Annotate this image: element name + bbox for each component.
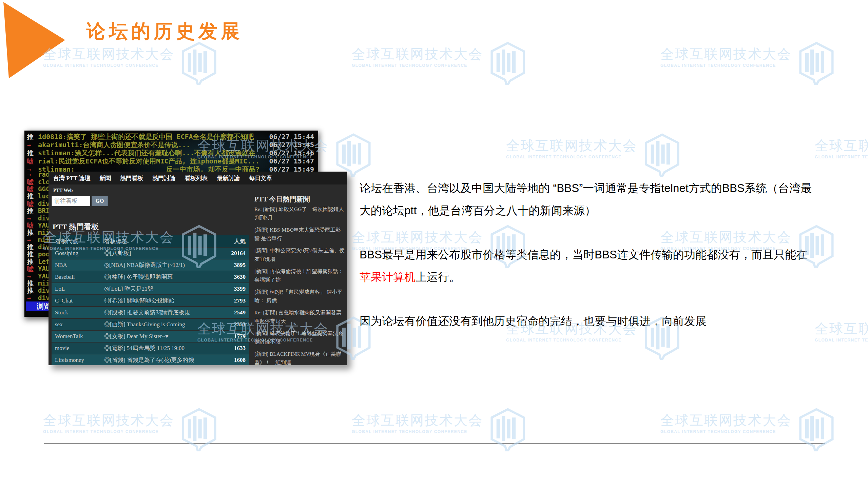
slide-canvas: 论坛的历史发展 全球互联网技术大会GLOBAL INTERNET TECHNOL…	[0, 0, 868, 488]
terminal-timestamp: 06/27 15:47	[269, 157, 314, 165]
watermark-title: 全球互联网技术大会	[815, 138, 868, 153]
ptt-web-window: 台灣 PTT 論壇新聞熱門看板熱門討論看板列表最新討論每日文章 PTT Web …	[49, 172, 347, 365]
push-marker: 推	[27, 229, 38, 236]
board-title: ◎[LoL] 昨天是21號	[104, 285, 221, 293]
board-row[interactable]: Lifeismoney◎[省錢] 省錢是為了存(花)更多的錢1608	[52, 354, 249, 365]
news-item[interactable]: Re: [新聞] 邱毅又GG了 這次因認錯人判刑3月	[254, 205, 345, 222]
board-title: ◎[八卦板]	[104, 249, 221, 257]
push-marker: →	[27, 236, 38, 243]
board-popularity: 3895	[221, 262, 246, 269]
watermark-subtitle: GLOBAL INTERNET TECHNOLOGY CONFERENCE	[815, 338, 868, 343]
nav-item-6[interactable]: 最新討論	[217, 174, 240, 182]
push-marker: →	[27, 215, 38, 222]
gitc-logo-icon	[488, 42, 528, 85]
watermark: 全球互联网技术大会GLOBAL INTERNET TECHNOLOGY CONF…	[660, 413, 836, 451]
board-code: Baseball	[55, 274, 104, 280]
watermark-text: 全球互联网技术大会GLOBAL INTERNET TECHNOLOGY CONF…	[352, 46, 483, 68]
board-row[interactable]: LoL◎[LoL] 昨天是21號3399	[52, 283, 249, 295]
board-code: Stock	[55, 309, 104, 316]
gitc-logo-icon	[333, 133, 373, 177]
nav-item-7[interactable]: 每日文章	[249, 174, 272, 182]
watermark-text: 全球互联网技术大会GLOBAL INTERNET TECHNOLOGY CONF…	[815, 138, 868, 159]
board-code: WomenTalk	[55, 333, 104, 340]
watermark-subtitle: GLOBAL INTERNET TECHNOLOGY CONFERENCE	[815, 155, 868, 159]
paragraph-text: 论坛在香港、台湾以及中国大陆等地的 “BBS”一词通常是专指telnet方式的B…	[360, 182, 812, 217]
news-item[interactable]: [新聞] 中和公寓惡火9死2傷 朱立倫、侯友宜現場	[254, 246, 345, 263]
watermark: 全球互联网技术大会GLOBAL INTERNET TECHNOLOGY CONF…	[506, 138, 682, 177]
terminal-timestamp: 06/27 15:44	[269, 133, 314, 141]
terminal-line: 推id0818:搞笑了 那些上街的还不就是反中国 ECFA全名是什麽都不知吧06…	[24, 133, 318, 141]
board-row[interactable]: Baseball◎[棒球] 冬季聯盟即將開幕3630	[52, 271, 249, 283]
board-row[interactable]: WomenTalk◎[女板] Dear My Sister~♥1779	[52, 331, 249, 343]
column-header-popularity: 人氣	[221, 237, 246, 245]
paragraph-text: 上运行。	[416, 271, 460, 283]
board-code: C_Chat	[55, 297, 104, 304]
terminal-line: 嘘rial:民进党反ECFA也不等於反对使用MIC产品, 连iphone都是MI…	[24, 157, 318, 165]
watermark-title: 全球互联网技术大会	[352, 413, 483, 428]
watermark-text: 全球互联网技术大会GLOBAL INTERNET TECHNOLOGY CONF…	[43, 413, 174, 434]
board-code: Gossiping	[55, 250, 104, 257]
push-marker: 嘘	[27, 178, 38, 186]
board-search-input[interactable]	[52, 196, 90, 206]
push-marker: 嘘	[27, 157, 38, 165]
news-item[interactable]: [新聞] 再槓海倫清桃！許聖梅撂狠話： 臭嘴撕了妳	[254, 267, 345, 284]
push-marker: 推	[27, 133, 38, 141]
board-search: GO	[52, 196, 108, 206]
watermark: 全球互联网技术大会GLOBAL INTERNET TECHNOLOGY CONF…	[43, 413, 219, 451]
nav-item-4[interactable]: 熱門討論	[152, 174, 175, 182]
nav-item-3[interactable]: 熱門看板	[120, 174, 143, 182]
news-item[interactable]: Re: [新聞] 嘉義噴水雞肉飯又漏開發票 明起停業14天	[254, 308, 345, 325]
watermark: 全球互联网技术大会GLOBAL INTERNET TECHNOLOGY CONF…	[352, 46, 528, 85]
watermark-subtitle: GLOBAL INTERNET TECHNOLOGY CONFERENCE	[660, 63, 792, 68]
news-item[interactable]: [新聞] 綠表決輸了！通過藍提勞基法逐條討論不限	[254, 329, 345, 346]
board-popularity: 1608	[221, 357, 246, 364]
terminal-line-text: rial:民进党反ECFA也不等於反对使用MIC产品, 连iphone都是MIC…	[38, 157, 267, 165]
watermark-title: 全球互联网技术大会	[43, 413, 174, 428]
watermark-subtitle: GLOBAL INTERNET TECHNOLOGY CONFERENCE	[506, 155, 637, 159]
board-popularity: 1633	[221, 345, 246, 352]
board-row[interactable]: sex◎[西斯] ThanksGiving is Coming2353	[52, 319, 249, 331]
ptt-brand: PTT Web	[53, 188, 73, 193]
news-item[interactable]: [新聞] 柯P把「遊民變成遊客」 鍾小平嗆： 房價	[254, 288, 345, 305]
gitc-logo-icon	[179, 408, 219, 451]
board-row[interactable]: NBA◎[NBA] NBA版徵選版主(~12/1)3895	[52, 259, 249, 271]
board-row[interactable]: C_Chat◎[希洽] 開噓/關噓公投開始2793	[52, 295, 249, 307]
board-title: ◎[NBA] NBA版徵選版主(~12/1)	[104, 261, 221, 269]
watermark-title: 全球互联网技术大会	[815, 321, 868, 336]
board-code: LoL	[55, 286, 104, 292]
board-row[interactable]: Gossiping◎[八卦板]20164	[52, 248, 249, 259]
push-marker: 推	[27, 280, 38, 287]
board-code: NBA	[55, 262, 104, 269]
nav-item-1[interactable]: 台灣 PTT 論壇	[53, 174, 90, 182]
nav-item-2[interactable]: 新聞	[99, 174, 111, 182]
go-button[interactable]: GO	[92, 196, 108, 206]
watermark-subtitle: GLOBAL INTERNET TECHNOLOGY CONFERENCE	[43, 63, 174, 68]
watermark-text: 全球互联网技术大会GLOBAL INTERNET TECHNOLOGY CONF…	[660, 413, 792, 434]
board-title: ◎[女板] Dear My Sister~♥	[104, 332, 221, 340]
gitc-logo-icon	[488, 408, 528, 451]
push-marker: 推	[27, 193, 38, 200]
news-item[interactable]: [新聞] KBS·MBC年末大賞恐受罷工影響 是否舉行	[254, 226, 345, 242]
push-marker: 推	[27, 258, 38, 265]
push-marker: →	[27, 141, 38, 149]
watermark-subtitle: GLOBAL INTERNET TECHNOLOGY CONFERENCE	[352, 63, 483, 68]
bottom-divider	[44, 443, 825, 444]
board-row[interactable]: movie◎[電影] 54屆金馬獎 11/25 19:001633	[52, 343, 249, 354]
news-item[interactable]: [新聞] BLACKPINK MV現身《正義聯盟》！ 紅到連	[254, 350, 345, 365]
board-title: ◎[電影] 54屆金馬獎 11/25 19:00	[104, 344, 221, 352]
terminal-line: →akarimulti:台湾商人贪图便宜杀价不是传说...06/27 15:45	[24, 141, 318, 149]
column-header-board-code: 看板代號	[55, 237, 104, 245]
board-code: sex	[55, 321, 104, 328]
push-marker: →	[27, 273, 38, 280]
watermark-title: 全球互联网技术大会	[660, 46, 792, 61]
push-marker: 嘘	[27, 186, 38, 193]
watermark-title: 全球互联网技术大会	[352, 46, 483, 61]
nav-item-5[interactable]: 看板列表	[185, 174, 208, 182]
board-popularity: 20164	[221, 250, 246, 257]
watermark-subtitle: GLOBAL INTERNET TECHNOLOGY CONFERENCE	[660, 429, 792, 434]
watermark-title: 全球互联网技术大会	[43, 46, 174, 61]
hot-boards-heading: PTT 熱門看板	[53, 222, 99, 232]
terminal-line-text: id0818:搞笑了 那些上街的还不就是反中国 ECFA全名是什麽都不知吧	[38, 133, 267, 141]
board-row[interactable]: Stock◎[股板] 推發文前請閱讀置底板規2549	[52, 307, 249, 319]
watermark-title: 全球互联网技术大会	[506, 138, 637, 153]
